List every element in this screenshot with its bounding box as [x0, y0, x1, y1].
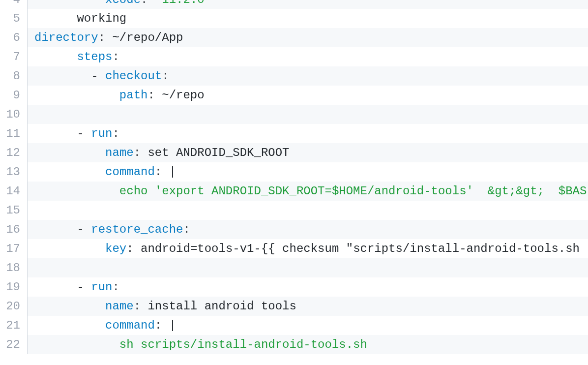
- line-number: 19: [0, 277, 20, 297]
- indent: [34, 223, 77, 236]
- token: install android tools: [141, 300, 296, 313]
- token: ~/repo: [155, 89, 205, 102]
- line-number: 21: [0, 316, 20, 335]
- token: echo 'export ANDROID_SDK_ROOT=$HOME/andr…: [119, 184, 587, 198]
- code-line[interactable]: [28, 105, 588, 124]
- code-line[interactable]: xcode: "11.2.0": [28, 0, 588, 9]
- indent: [34, 242, 105, 255]
- indent: [34, 338, 119, 351]
- token: -: [77, 127, 84, 140]
- token: |: [162, 165, 176, 179]
- token: :: [98, 31, 105, 44]
- line-number: 14: [0, 182, 20, 201]
- code-line[interactable]: name: install android tools: [28, 297, 588, 316]
- line-number-gutter: 45678910111213141516171819202122: [0, 0, 28, 354]
- code-line[interactable]: name: set ANDROID_SDK_ROOT: [28, 143, 588, 162]
- token: run: [91, 280, 112, 294]
- token: set ANDROID_SDK_ROOT: [141, 146, 289, 159]
- indent: [34, 146, 105, 159]
- token: :: [155, 165, 162, 179]
- indent: [34, 50, 77, 63]
- indent: [34, 0, 105, 6]
- code-line[interactable]: sh scripts/install-android-tools.sh: [28, 335, 588, 354]
- token: restore_cache: [91, 223, 183, 236]
- line-number: 5: [0, 9, 20, 28]
- line-number: 22: [0, 335, 20, 354]
- code-line[interactable]: command: |: [28, 316, 588, 335]
- token: path: [119, 89, 148, 102]
- token: key: [105, 242, 126, 255]
- code-line[interactable]: steps:: [28, 47, 588, 66]
- line-number: 20: [0, 297, 20, 316]
- line-number: 6: [0, 28, 20, 47]
- token: :: [141, 0, 147, 6]
- token: :: [134, 146, 141, 159]
- indent: [34, 12, 77, 25]
- code-line[interactable]: command: |: [28, 162, 588, 182]
- token: name: [105, 300, 134, 313]
- token: [147, 0, 154, 6]
- line-number: 8: [0, 66, 20, 86]
- code-line[interactable]: [28, 258, 588, 277]
- token: android=tools-v1-{{ checksum "scripts/in…: [134, 242, 580, 255]
- token: :: [162, 69, 169, 83]
- token: :: [155, 319, 162, 332]
- token: -: [91, 69, 98, 83]
- token: directory: [34, 31, 98, 44]
- line-number: 18: [0, 258, 20, 277]
- token: :: [112, 280, 119, 294]
- token: |: [162, 319, 176, 332]
- line-number: 4: [0, 0, 20, 9]
- indent: [34, 184, 119, 198]
- token: :: [112, 127, 119, 140]
- token: xcode: [105, 0, 141, 6]
- token: run: [91, 127, 112, 140]
- token: checkout: [105, 69, 162, 83]
- line-number: 12: [0, 143, 20, 162]
- token: working: [77, 12, 126, 25]
- code-line[interactable]: echo 'export ANDROID_SDK_ROOT=$HOME/andr…: [28, 182, 588, 201]
- indent: [34, 319, 105, 332]
- token: -: [77, 280, 84, 294]
- token: name: [105, 146, 134, 159]
- token: :: [183, 223, 190, 236]
- indent: [34, 89, 119, 102]
- line-number: 10: [0, 105, 20, 124]
- token: :: [147, 89, 154, 102]
- token: sh scripts/install-android-tools.sh: [119, 338, 367, 351]
- token: 11.2.0: [162, 0, 204, 6]
- token: command: [105, 165, 155, 179]
- indent: [34, 165, 105, 179]
- token: [98, 69, 105, 83]
- code-line[interactable]: key: android=tools-v1-{{ checksum "scrip…: [28, 239, 588, 258]
- line-number: 15: [0, 201, 20, 220]
- indent: [34, 300, 105, 313]
- line-number: 17: [0, 239, 20, 258]
- code-line[interactable]: working: [28, 9, 588, 28]
- line-number: 7: [0, 47, 20, 66]
- line-number: 9: [0, 86, 20, 105]
- token: :: [112, 50, 119, 63]
- code-line[interactable]: - run:: [28, 277, 588, 297]
- token: [84, 127, 91, 140]
- code-line[interactable]: - restore_cache:: [28, 220, 588, 239]
- token: [84, 280, 91, 294]
- line-number: 16: [0, 220, 20, 239]
- code-line[interactable]: path: ~/repo: [28, 86, 588, 105]
- token: [84, 223, 91, 236]
- code-line[interactable]: [28, 201, 588, 220]
- code-line[interactable]: - checkout:: [28, 66, 588, 86]
- indent: [34, 69, 91, 83]
- indent: [34, 280, 77, 294]
- line-number: 13: [0, 162, 20, 182]
- token: command: [105, 319, 155, 332]
- token: steps: [77, 50, 112, 63]
- code-area[interactable]: xcode: "11.2.0" workingdirectory: ~/repo…: [28, 0, 588, 354]
- code-line[interactable]: - run:: [28, 124, 588, 143]
- code-line[interactable]: directory: ~/repo/App: [28, 28, 588, 47]
- token: ~/repo/App: [105, 31, 183, 44]
- token: ": [155, 0, 162, 6]
- indent: [34, 127, 77, 140]
- token: ": [205, 0, 211, 6]
- token: -: [77, 223, 84, 236]
